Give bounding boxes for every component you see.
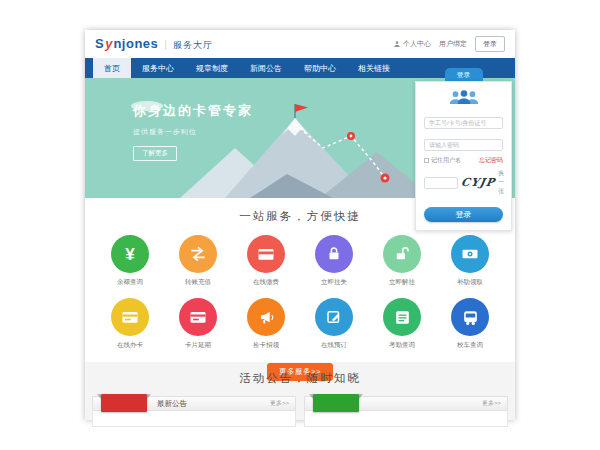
site-name: 服务大厅 — [173, 39, 213, 52]
lock-icon — [325, 245, 343, 263]
bus-icon — [461, 308, 480, 327]
user-guide-header: 使用指南 更多>> — [304, 396, 508, 411]
service-label: 在线预订 — [305, 341, 363, 350]
nav-item-rules[interactable]: 规章制度 — [185, 58, 239, 78]
users-avatar-icon — [424, 89, 503, 105]
nav-item-news[interactable]: 新闻公告 — [239, 58, 293, 78]
transfer-arrows-icon — [188, 244, 208, 264]
card-extend-circle — [179, 298, 217, 336]
user-icon — [393, 40, 401, 48]
hero-headline: 你身边的卡管专家 — [133, 102, 253, 120]
announcements-section: 活动公告，随时知晓 校园动态 最新公告 更多>> 使用指南 更多>> — [85, 362, 515, 420]
nav-item-help[interactable]: 帮助中心 — [293, 58, 347, 78]
login-panel: 登录 记住用户名 忘记密码 CYJP 换一张 登录 — [415, 68, 512, 231]
service-found-card[interactable]: 捡卡招领 — [237, 298, 295, 350]
payment-circle — [247, 235, 285, 273]
hero-text: 你身边的卡管专家 提供服务一步到位 了解更多 — [133, 102, 253, 161]
user-binding-label: 用户绑定 — [439, 39, 467, 49]
service-label: 考勤查询 — [373, 341, 431, 350]
service-card-extension[interactable]: 卡片延期 — [169, 298, 227, 350]
service-cancel-loss[interactable]: 立即解挂 — [373, 235, 431, 287]
remember-checkbox[interactable] — [424, 158, 429, 163]
captcha-row: CYJP 换一张 — [424, 169, 503, 196]
service-label: 转账充值 — [169, 278, 227, 287]
service-subsidy-collect[interactable]: 补助领取 — [441, 235, 499, 287]
captcha-refresh-link[interactable]: 换一张 — [498, 169, 504, 196]
campus-news-more-link[interactable]: 更多>> — [270, 399, 289, 408]
nav-item-home[interactable]: 首页 — [93, 58, 131, 78]
service-label: 余额查询 — [101, 278, 159, 287]
service-label: 在线办卡 — [101, 341, 159, 350]
service-report-loss[interactable]: 立即挂失 — [305, 235, 363, 287]
card-apply-circle — [111, 298, 149, 336]
service-attendance-query[interactable]: 考勤查询 — [373, 298, 431, 350]
portal-page: S y njones | 服务大厅 个人中心 用户绑定 登录 首页 服务中心 规… — [85, 30, 515, 420]
header: S y njones | 服务大厅 个人中心 用户绑定 登录 — [85, 30, 515, 58]
campus-news-header: 校园动态 最新公告 更多>> — [92, 396, 296, 411]
card-icon — [120, 307, 140, 327]
captcha-input[interactable] — [424, 177, 458, 189]
logo-divider: | — [164, 39, 167, 50]
username-input[interactable] — [424, 117, 503, 129]
header-right: 个人中心 用户绑定 登录 — [393, 36, 505, 52]
campus-news-ribbon-tab[interactable]: 校园动态 — [101, 394, 147, 412]
logo-text-rest: njones — [113, 36, 158, 51]
service-bus-query[interactable]: 校车查询 — [441, 298, 499, 350]
service-label: 立即挂失 — [305, 278, 363, 287]
brand-logo[interactable]: S y njones | 服务大厅 — [95, 36, 213, 52]
service-label: 立即解挂 — [373, 278, 431, 287]
login-form: 记住用户名 忘记密码 CYJP 换一张 登录 — [415, 81, 512, 231]
service-online-payment[interactable]: 在线缴费 — [237, 235, 295, 287]
service-online-card[interactable]: 在线办卡 — [101, 298, 159, 350]
service-balance-query[interactable]: ¥ 余额查询 — [101, 235, 159, 287]
password-input[interactable] — [424, 139, 503, 151]
service-label: 捡卡招领 — [237, 341, 295, 350]
loss-circle — [315, 235, 353, 273]
personal-center-label: 个人中心 — [403, 39, 431, 49]
service-label: 补助领取 — [441, 278, 499, 287]
login-submit-button[interactable]: 登录 — [424, 207, 503, 222]
service-online-booking[interactable]: 在线预订 — [305, 298, 363, 350]
subsidy-circle — [451, 235, 489, 273]
megaphone-icon — [257, 308, 276, 327]
edit-icon — [325, 308, 343, 326]
announcement-panels: 校园动态 最新公告 更多>> 使用指南 更多>> — [85, 396, 515, 427]
hero-subline: 提供服务一步到位 — [133, 127, 253, 137]
balance-circle: ¥ — [111, 235, 149, 273]
topbar-login-button[interactable]: 登录 — [475, 36, 505, 52]
login-tab[interactable]: 登录 — [445, 68, 483, 81]
attendance-circle — [383, 298, 421, 336]
announcements-title: 活动公告，随时知晓 — [85, 371, 515, 386]
latest-announcements-tab[interactable]: 最新公告 — [157, 399, 187, 409]
hero-cta-button[interactable]: 了解更多 — [133, 146, 177, 161]
unlock-icon — [393, 245, 411, 263]
personal-center-link[interactable]: 个人中心 — [393, 39, 431, 49]
nav-item-links[interactable]: 相关链接 — [347, 58, 401, 78]
found-card-circle — [247, 298, 285, 336]
services-row-2: 在线办卡 卡片延期 捡卡招领 在线预订 — [85, 298, 515, 350]
user-binding-link[interactable]: 用户绑定 — [439, 39, 467, 49]
transfer-circle — [179, 235, 217, 273]
booking-circle — [315, 298, 353, 336]
campus-news-list — [92, 411, 296, 427]
service-transfer-recharge[interactable]: 转账充值 — [169, 235, 227, 287]
service-label: 卡片延期 — [169, 341, 227, 350]
unlock-circle — [383, 235, 421, 273]
logo-text: S — [95, 36, 104, 51]
user-guide-ribbon-tab[interactable]: 使用指南 — [313, 394, 359, 412]
services-row-1: ¥ 余额查询 转账充值 在线缴费 立即挂失 — [85, 235, 515, 287]
bus-circle — [451, 298, 489, 336]
logo-accent-letter: y — [105, 36, 112, 51]
banknote-icon — [460, 244, 480, 264]
user-guide-more-link[interactable]: 更多>> — [482, 399, 501, 408]
card-icon — [188, 307, 208, 327]
forgot-password-link[interactable]: 忘记密码 — [479, 156, 503, 165]
user-guide-list — [304, 411, 508, 427]
yuan-icon: ¥ — [125, 246, 134, 263]
list-icon — [393, 308, 412, 327]
user-guide-panel: 使用指南 更多>> — [304, 396, 508, 427]
service-label: 在线缴费 — [237, 278, 295, 287]
remember-row: 记住用户名 忘记密码 — [424, 156, 503, 165]
campus-news-panel: 校园动态 最新公告 更多>> — [92, 396, 296, 427]
nav-item-service-center[interactable]: 服务中心 — [131, 58, 185, 78]
